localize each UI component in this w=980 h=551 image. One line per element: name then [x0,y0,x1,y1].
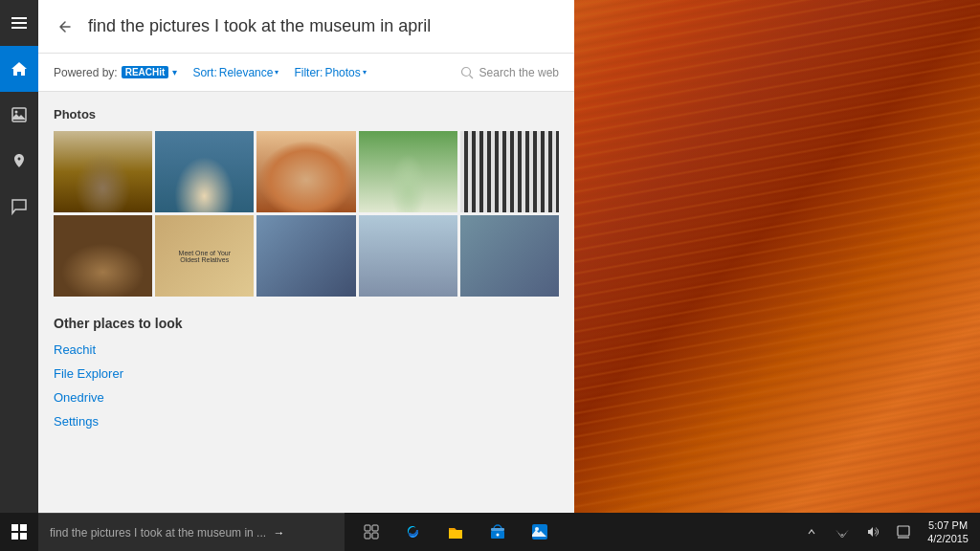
powered-by-chevron[interactable]: ▾ [172,67,177,77]
system-clock[interactable]: 5:07 PM 4/2/2015 [920,513,976,551]
sidebar-item-image[interactable] [0,92,38,138]
back-arrow-icon [56,17,75,36]
taskbar-start-button[interactable] [0,513,38,551]
photos-section-title: Photos [54,107,559,121]
network-icon [835,526,849,538]
tray-up-arrow[interactable] [797,513,826,551]
filter-label: Filter: [294,66,323,79]
photo-item[interactable] [460,131,559,212]
filter-value: Photos [324,66,360,79]
svg-point-1 [15,111,18,114]
date-display: 4/2/2015 [927,532,969,545]
cortana-header: find the pictures I took at the museum i… [38,0,574,54]
svg-rect-13 [898,526,909,536]
filter-dropdown[interactable]: Filter: Photos ▾ [294,66,366,79]
location-icon [11,152,28,169]
edge-browser-button[interactable] [394,513,433,551]
file-explorer-icon [447,523,464,540]
sort-label: Sort: [192,66,216,79]
svg-rect-5 [372,525,378,531]
cortana-panel: find the pictures I took at the museum i… [38,0,574,513]
tray-action-center[interactable] [889,513,918,551]
photo-item[interactable] [359,131,457,212]
other-places-title: Other places to look [54,316,559,331]
cortana-toolbar: Powered by: REACHit ▾ Sort: Relevance ▾ … [38,54,574,92]
taskbar: find the pictures I took at the museum i… [0,513,980,551]
sidebar-hamburger-button[interactable] [0,0,38,46]
photo-item[interactable] [155,131,254,212]
taskbar-running-apps [352,513,559,551]
sign-text: Meet One of YourOldest Relatives [179,250,231,263]
home-icon [11,60,28,77]
sort-chevron-icon: ▾ [275,68,278,77]
cortana-content: Photos Meet One of YourOldest Relatives [38,92,574,513]
photo-item[interactable] [460,215,559,297]
photos-app-icon [531,523,548,540]
other-places-section: Other places to look Reachit File Explor… [54,316,559,429]
sidebar [0,0,38,513]
svg-point-2 [461,67,470,76]
store-button[interactable] [479,513,517,551]
sort-value: Relevance [219,66,274,79]
photos-grid: Meet One of YourOldest Relatives [54,131,559,297]
photos-app-button[interactable] [521,513,559,551]
volume-icon [866,525,880,539]
search-web-icon [460,66,474,79]
reachit-badge: REACHit [122,66,169,78]
system-tray: 5:07 PM 4/2/2015 [797,513,980,551]
svg-rect-6 [365,533,370,539]
chat-icon [11,198,28,215]
other-place-onedrive[interactable]: Onedrive [54,390,559,405]
hamburger-icon [11,17,27,29]
windows-logo-icon [11,524,27,540]
tray-volume[interactable] [858,513,887,551]
taskbar-search-arrow: → [273,526,284,540]
other-place-reachit[interactable]: Reachit [54,342,559,357]
filter-chevron-icon: ▾ [363,68,367,77]
sidebar-item-location[interactable] [0,138,38,184]
expand-tray-icon [807,527,816,537]
search-web-box[interactable]: Search the web [460,66,559,79]
back-button[interactable] [54,15,77,38]
sort-dropdown[interactable]: Sort: Relevance ▾ [192,66,278,79]
photo-item[interactable] [256,215,355,297]
taskbar-search-bar[interactable]: find the pictures I took at the museum i… [38,513,345,551]
svg-rect-7 [372,533,378,539]
time-display: 5:07 PM [928,518,968,532]
photo-item[interactable] [256,131,355,212]
tray-network[interactable] [828,513,857,551]
store-icon [489,523,506,540]
other-place-file-explorer[interactable]: File Explorer [54,366,559,381]
image-icon [11,106,28,123]
file-explorer-taskbar-button[interactable] [436,513,475,551]
task-view-button[interactable] [352,513,390,551]
photo-item[interactable] [359,215,457,297]
svg-point-12 [535,527,539,531]
svg-rect-4 [365,525,370,531]
svg-point-10 [497,534,500,537]
photos-section: Photos Meet One of YourOldest Relatives [54,107,559,297]
sidebar-item-chat[interactable] [0,184,38,230]
svg-line-3 [469,75,473,78]
powered-by-label: Powered by: REACHit ▾ [54,66,177,79]
action-center-icon [897,525,910,539]
search-web-placeholder: Search the web [479,66,559,79]
taskbar-search-text: find the pictures I took at the museum i… [50,526,284,540]
other-place-settings[interactable]: Settings [54,414,559,429]
sidebar-item-home[interactable] [0,46,38,92]
photo-item[interactable]: Meet One of YourOldest Relatives [155,215,254,297]
task-view-icon [364,524,379,540]
photo-item[interactable] [54,215,152,297]
search-query: find the pictures I took at the museum i… [88,16,559,36]
edge-icon [405,523,422,540]
svg-rect-9 [491,528,504,531]
photo-item[interactable] [54,131,152,212]
